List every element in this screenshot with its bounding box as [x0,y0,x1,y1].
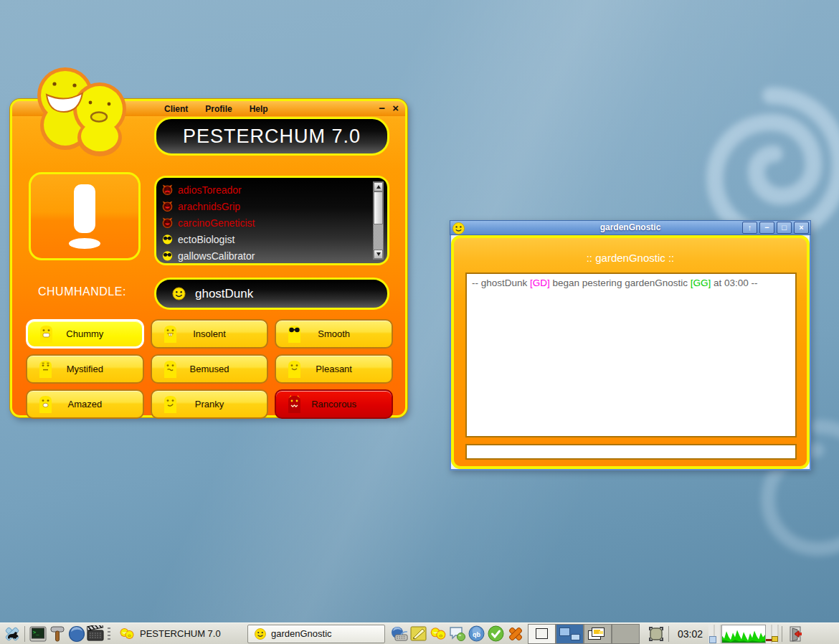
chat-input[interactable] [465,444,797,460]
mood-label: Pranky [152,399,267,409]
menu-help[interactable]: Help [250,104,268,114]
mood-button-insolent[interactable]: Insolent [151,319,269,349]
chum-list-item[interactable]: adiosToreador [162,181,370,198]
chat-log-segment: at 03:00 -- [711,278,757,288]
xchat-icon [507,625,524,643]
chum-list-item[interactable]: carcinoGeneticist [162,214,370,231]
close-button[interactable]: × [392,102,399,115]
media-launcher[interactable] [86,625,105,643]
pesterchum-tray-icon [430,626,447,642]
menu-client[interactable]: Client [164,104,188,114]
chat-inner: :: gardenGnostic :: -- ghostDunk [GD] be… [451,235,810,469]
smiley-icon [255,628,266,640]
chat-titlebar[interactable]: gardenGnostic ↑ − □ × [450,220,811,235]
chum-name: gallowsCalibrator [178,250,255,262]
mood-label: Rancorous [276,399,392,409]
tray-pesterchum[interactable] [428,625,447,643]
pager-desktop-4[interactable] [612,624,640,644]
mood-label: Insolent [152,328,267,339]
pager-desktop-1[interactable] [528,624,556,644]
mood-button-pranky[interactable]: Pranky [151,389,269,419]
separator [24,626,25,642]
chum-name: ectoBiologist [178,234,234,245]
task-label: gardenGnostic [271,628,332,639]
tray-updates[interactable] [486,625,506,643]
desktop: Client Profile Help − × PESTERCHUM 7.0 a… [0,0,839,644]
mood-button-rancorous[interactable]: Rancorous [275,389,393,419]
task-pesterchum[interactable]: PESTERCHUM 7.0 [113,625,247,643]
taskbar: >_ [0,622,839,644]
chum-name: adiosToreador [178,184,242,196]
chat-log-segment: began pestering gardenGnostic [550,278,691,288]
chat-window: gardenGnostic ↑ − □ × :: gardenGnostic :… [450,220,811,470]
separator [782,626,782,642]
pesterchum-logo [27,65,135,156]
mood-label: Chummy [28,328,142,339]
logout-door-icon [787,625,804,643]
mood-button-pleasant[interactable]: Pleasant [275,354,393,384]
chat-log-segment: -- ghostDunk [472,278,530,288]
desktop-pager [528,624,640,644]
exclamation-icon [74,184,95,233]
tool-launcher[interactable] [47,625,67,643]
mood-label: Mystified [27,364,143,374]
app-title-plate: PESTERCHUM 7.0 [154,117,389,156]
tray-notes[interactable] [409,625,428,643]
applet-slider[interactable] [708,625,721,643]
start-menu-button[interactable] [2,625,22,643]
chat-log-segment: [GG] [691,278,711,288]
mood-button-mystified[interactable]: Mystified [26,354,144,384]
mood-button-bemused[interactable]: Bemused [151,354,269,384]
minimize-button[interactable]: − [759,222,774,234]
clapperboard-icon [87,625,105,642]
terminal-launcher[interactable]: >_ [28,625,47,643]
hammer-icon [49,625,65,643]
exclamation-dot [69,238,100,249]
smooth-mood-icon [162,250,173,261]
chum-list[interactable]: adiosToreadorarachnidsGripcarcinoGenetic… [154,176,389,265]
browser-launcher[interactable] [67,625,86,643]
maximize-button[interactable]: □ [777,222,792,234]
chat-bubble-icon [449,626,466,642]
menu-profile[interactable]: Profile [205,104,232,114]
x11-menu-icon [3,625,22,643]
chumhandle-field[interactable]: ghostDunk [154,278,389,310]
remote-desktop-icon [391,626,408,642]
mood-button-amazed[interactable]: Amazed [26,389,144,419]
close-button[interactable]: × [794,222,809,234]
logout-button[interactable] [785,625,805,643]
scrollbar-thumb[interactable] [374,191,383,224]
terminal-icon: >_ [29,626,47,642]
chum-list-item[interactable]: gallowsCalibrator [162,247,370,264]
check-circle-icon [488,625,504,642]
tray-messenger[interactable] [447,625,467,643]
scroll-up-button[interactable] [374,182,383,191]
minimize-button[interactable]: − [379,102,385,115]
chum-list-item[interactable]: ectoBiologist [162,231,370,247]
pager-desktop-3[interactable] [584,624,612,644]
mood-button-smooth[interactable]: Smooth [275,319,393,349]
shade-button[interactable]: ↑ [742,222,757,234]
tray-remote-desktop[interactable] [389,625,409,643]
tray-qbittorrent[interactable]: qb [467,625,486,643]
chum-name: arachnidsGrip [178,201,240,212]
show-desktop-icon [648,626,664,642]
chat-log[interactable]: -- ghostDunk [GD] began pestering garden… [465,273,797,437]
scroll-down-button[interactable] [374,250,383,259]
task-gardengnostic[interactable]: gardenGnostic [247,625,385,643]
pager-desktop-2[interactable] [556,624,584,644]
svg-text:>_: >_ [33,630,39,635]
smooth-mood-icon [162,234,173,245]
mood-buttons: ChummyInsolentSmoothMystifiedBemusedPlea… [26,319,393,419]
applet-indicator[interactable] [766,625,779,643]
qb-icon: qb [468,625,485,642]
chum-name: carcinoGeneticist [178,217,255,229]
chum-list-item[interactable]: arachnidsGrip [162,198,370,214]
web-globe-icon [68,625,85,643]
mood-button-chummy[interactable]: Chummy [26,319,144,349]
chum-list-scrollbar[interactable] [373,181,384,260]
tray-xchat[interactable] [506,625,525,643]
show-desktop-button[interactable] [647,625,665,643]
task-label: PESTERCHUM 7.0 [140,628,221,639]
chummy-smiley-icon [172,287,186,300]
